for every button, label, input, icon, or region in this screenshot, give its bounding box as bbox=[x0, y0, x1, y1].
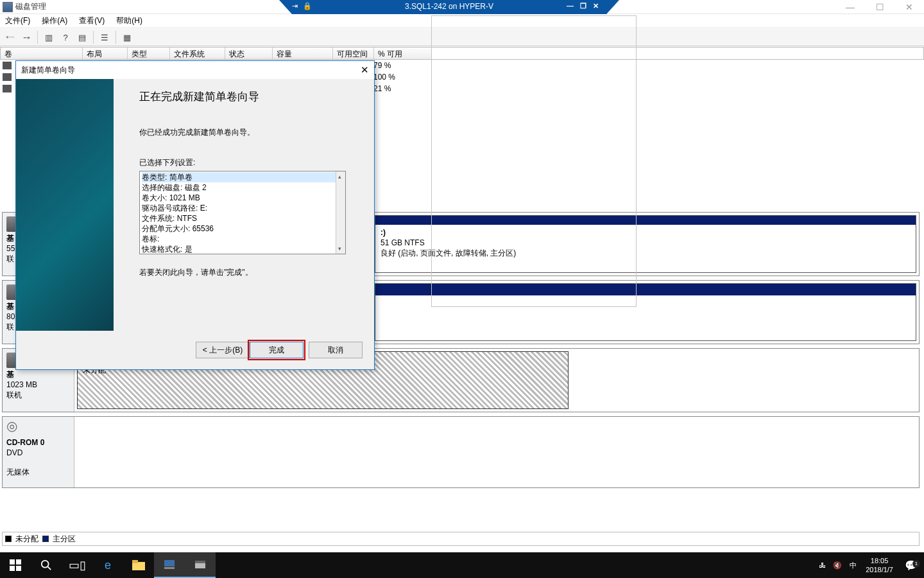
volume-icon[interactable]: 🔇 bbox=[830, 561, 845, 570]
setting-row[interactable]: 选择的磁盘: 磁盘 2 bbox=[142, 182, 343, 193]
svg-line-6 bbox=[48, 567, 51, 570]
col-pctfree[interactable]: % 可用 bbox=[374, 48, 432, 59]
legend-label-unallocated: 未分配 bbox=[15, 534, 38, 545]
cdrom-panel[interactable]: ◎ CD-ROM 0 DVD 无媒体 bbox=[2, 416, 920, 488]
menu-file[interactable]: 文件(F) bbox=[5, 15, 30, 26]
ime-icon[interactable]: 中 bbox=[845, 561, 860, 570]
menu-bar: 文件(F) 操作(A) 查看(V) 帮助(H) bbox=[0, 14, 924, 28]
taskbar-diskmgmt[interactable] bbox=[185, 552, 216, 578]
setting-row[interactable]: 卷类型: 简单卷 bbox=[142, 172, 343, 182]
outer-window-controls: — ☐ ✕ bbox=[835, 0, 924, 14]
diskmgmt-icon bbox=[3, 2, 13, 12]
forward-icon[interactable]: ⤍ bbox=[19, 30, 33, 44]
toolbar-btn-1[interactable]: ▥ bbox=[42, 30, 56, 44]
cancel-button[interactable]: 取消 bbox=[309, 342, 363, 358]
clock[interactable]: 18:05 2018/1/7 bbox=[860, 556, 898, 574]
toolbar-btn-3[interactable]: ▤ bbox=[75, 30, 89, 44]
svg-rect-2 bbox=[16, 559, 21, 565]
col-type[interactable]: 类型 bbox=[128, 48, 170, 59]
setting-row[interactable]: 分配单元大小: 65536 bbox=[142, 223, 343, 234]
back-button[interactable]: < 上一步(B) bbox=[196, 342, 250, 358]
hv-maximize-button[interactable]: ❐ bbox=[580, 2, 586, 10]
network-icon[interactable]: 🖧 bbox=[814, 561, 830, 569]
toolbar-btn-2[interactable]: ? bbox=[58, 30, 73, 44]
svg-rect-9 bbox=[164, 560, 175, 566]
system-tray: 🖧 🔇 中 18:05 2018/1/7 💬1 bbox=[814, 552, 924, 578]
wizard-footer-text: 若要关闭此向导，请单击"完成"。 bbox=[139, 267, 360, 278]
volume-icon bbox=[3, 85, 12, 92]
toolbar-btn-4[interactable]: ☰ bbox=[98, 30, 112, 44]
cdrom-icon: ◎ bbox=[6, 421, 24, 436]
hv-close-button[interactable]: ✕ bbox=[593, 2, 599, 10]
outer-close-button[interactable]: ✕ bbox=[894, 0, 924, 14]
legend-swatch-primary bbox=[42, 536, 49, 542]
lock-icon: 🔒 bbox=[303, 2, 312, 10]
menu-help[interactable]: 帮助(H) bbox=[116, 15, 142, 26]
taskbar-explorer[interactable] bbox=[123, 552, 154, 578]
setting-row[interactable]: 文件系统: NTFS bbox=[142, 213, 343, 223]
svg-rect-3 bbox=[10, 566, 15, 571]
legend-label-primary: 主分区 bbox=[53, 534, 76, 545]
separator bbox=[116, 31, 116, 44]
disk-0-partition-c[interactable]: :) 51 GB NTFS 良好 (启动, 页面文件, 故障转储, 主分区) bbox=[375, 215, 916, 273]
cdrom-header: ◎ CD-ROM 0 DVD 无媒体 bbox=[3, 417, 74, 487]
wizard-sidebar-graphic bbox=[16, 79, 114, 332]
pct-free-column-values: 79 % 100 % 21 % bbox=[373, 60, 395, 94]
menu-action[interactable]: 操作(A) bbox=[42, 15, 67, 26]
toolbar: ⬸ ⤍ ▥ ? ▤ ☰ ▦ bbox=[0, 28, 924, 46]
volume-list-header: 卷 布局 类型 文件系统 状态 容量 可用空间 % 可用 bbox=[0, 47, 924, 60]
new-simple-volume-wizard: 新建简单卷向导 ✕ 正在完成新建简单卷向导 你已经成功完成新建简单卷向导。 已选… bbox=[15, 60, 375, 370]
taskbar-servermanager[interactable] bbox=[154, 552, 185, 578]
wizard-button-row: < 上一步(B) 完成 取消 bbox=[16, 331, 374, 369]
volume-icon bbox=[3, 62, 12, 69]
app-title: 磁盘管理 bbox=[15, 1, 46, 12]
setting-row[interactable]: 快速格式化: 是 bbox=[142, 244, 343, 254]
menu-view[interactable]: 查看(V) bbox=[79, 15, 105, 26]
svg-rect-10 bbox=[164, 567, 175, 569]
separator bbox=[93, 31, 94, 44]
svg-rect-1 bbox=[10, 559, 15, 565]
wizard-settings-label: 已选择下列设置: bbox=[139, 157, 360, 168]
svg-rect-8 bbox=[132, 560, 138, 563]
col-status[interactable]: 状态 bbox=[225, 48, 273, 59]
col-capacity[interactable]: 容量 bbox=[273, 48, 333, 59]
col-free[interactable]: 可用空间 bbox=[333, 48, 374, 59]
wizard-content: 正在完成新建简单卷向导 你已经成功完成新建简单卷向导。 已选择下列设置: 卷类型… bbox=[124, 79, 368, 332]
outer-minimize-button[interactable]: — bbox=[835, 0, 865, 14]
legend-swatch-unallocated bbox=[5, 536, 12, 542]
wizard-heading: 正在完成新建简单卷向导 bbox=[139, 89, 360, 104]
taskbar: ▭▯ e 🖧 🔇 中 18:05 2018/1/7 💬1 bbox=[0, 552, 924, 578]
pin-icon[interactable]: ⇥ bbox=[292, 2, 298, 10]
legend: 未分配 主分区 bbox=[2, 532, 920, 546]
wizard-settings-list[interactable]: 卷类型: 简单卷 选择的磁盘: 磁盘 2 卷大小: 1021 MB 驱动器号或路… bbox=[139, 171, 346, 254]
action-center-icon[interactable]: 💬1 bbox=[898, 559, 924, 572]
setting-row[interactable]: 驱动器号或路径: E: bbox=[142, 203, 343, 213]
svg-rect-4 bbox=[16, 566, 21, 571]
start-button[interactable] bbox=[0, 552, 31, 578]
svg-rect-12 bbox=[195, 561, 205, 563]
scrollbar[interactable] bbox=[336, 171, 345, 254]
setting-row[interactable]: 卷大小: 1021 MB bbox=[142, 193, 343, 203]
toolbar-btn-5[interactable]: ▦ bbox=[120, 30, 134, 44]
search-icon[interactable] bbox=[31, 552, 62, 578]
col-layout[interactable]: 布局 bbox=[83, 48, 128, 59]
setting-row[interactable]: 卷标: bbox=[142, 234, 343, 244]
wizard-close-button[interactable]: ✕ bbox=[361, 64, 369, 76]
hyperv-connection-bar[interactable]: ⇥ 🔒 3.SQL1-242 on HYPER-V — ❐ ✕ bbox=[279, 0, 619, 14]
disk-1-partition[interactable] bbox=[375, 283, 916, 341]
separator bbox=[37, 31, 38, 44]
taskbar-ie[interactable]: e bbox=[92, 552, 123, 578]
svg-point-5 bbox=[42, 561, 49, 568]
finish-button[interactable]: 完成 bbox=[250, 342, 304, 358]
taskview-icon[interactable]: ▭▯ bbox=[62, 552, 92, 578]
col-volume[interactable]: 卷 bbox=[1, 48, 83, 59]
outer-maximize-button[interactable]: ☐ bbox=[865, 0, 894, 14]
hv-minimize-button[interactable]: — bbox=[567, 2, 574, 10]
back-icon[interactable]: ⬸ bbox=[3, 30, 17, 44]
wizard-done-text: 你已经成功完成新建简单卷向导。 bbox=[139, 127, 360, 138]
col-fs[interactable]: 文件系统 bbox=[170, 48, 225, 59]
volume-icon bbox=[3, 73, 12, 81]
wizard-title: 新建简单卷向导 bbox=[21, 65, 75, 76]
